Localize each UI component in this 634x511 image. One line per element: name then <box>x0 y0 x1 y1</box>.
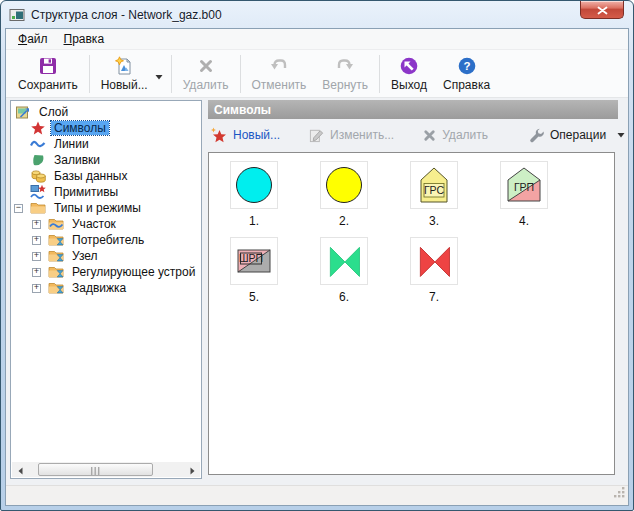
delete-x-icon <box>422 128 437 143</box>
main-area: СлойСимволыЛинииЗаливкиБазы данныхПримит… <box>6 98 628 485</box>
symbol-cell[interactable]: ГРП4. <box>492 161 556 228</box>
exit-arrow-icon <box>399 56 419 76</box>
symbol-preview[interactable] <box>320 161 368 209</box>
symbol-shape-house: ГРС <box>414 165 454 205</box>
symbol-shape-circle <box>236 167 272 203</box>
tree-item-label: Задвижка <box>69 281 129 295</box>
tree-item-label: Заливки <box>51 153 103 167</box>
symbol-preview[interactable] <box>410 237 458 285</box>
expand-toggle-icon[interactable]: + <box>32 220 41 229</box>
scrollbar-track[interactable] <box>28 462 184 477</box>
save-button[interactable]: Сохранить <box>10 52 86 96</box>
undo-arrow-icon <box>269 56 289 76</box>
tree-item[interactable]: Линии <box>12 136 200 152</box>
tree-item[interactable]: +Регулирующее устрой <box>12 264 200 280</box>
collapse-toggle-icon[interactable]: − <box>14 204 23 213</box>
tree-item-label: Регулирующее устрой <box>69 265 198 279</box>
tree-item-label: Типы и режимы <box>51 201 144 215</box>
tree-item[interactable]: Слой <box>12 104 200 120</box>
redo-arrow-icon <box>335 56 355 76</box>
scroll-left-button[interactable] <box>12 462 28 477</box>
toolbar-separator <box>240 55 241 93</box>
tree-item-label: Потребитель <box>69 233 147 247</box>
tree-horizontal-scrollbar[interactable] <box>12 462 200 477</box>
close-button[interactable] <box>580 1 624 19</box>
symbol-index: 4. <box>492 214 556 228</box>
tree-toggle-slot: + <box>30 252 48 261</box>
expand-toggle-icon[interactable]: + <box>32 284 41 293</box>
tree-item[interactable]: +Узел <box>12 248 200 264</box>
tree-item[interactable]: +Участок <box>12 216 200 232</box>
symbol-preview[interactable]: ГРС <box>410 161 458 209</box>
tree-item[interactable]: −Типы и режимы <box>12 200 200 216</box>
app-icon <box>9 7 25 23</box>
tree-toggle-slot: + <box>30 268 48 277</box>
symbols-panel-header: Символы <box>208 100 618 119</box>
symbol-cell[interactable]: 6. <box>312 237 376 304</box>
layer-tree-panel: СлойСимволыЛинииЗаливкиБазы данныхПримит… <box>10 100 202 479</box>
new-button[interactable]: Новый... <box>93 52 168 96</box>
tree-item[interactable]: +Потребитель <box>12 232 200 248</box>
folder-hourglass-icon <box>48 232 64 248</box>
symbol-cell[interactable]: 7. <box>402 237 466 304</box>
layer-icon <box>15 104 31 120</box>
app-window: Структура слоя - Network_gaz.b00 Файл Пр… <box>0 0 634 511</box>
tree-item[interactable]: Заливки <box>12 152 200 168</box>
symbol-cell[interactable]: 1. <box>222 161 286 228</box>
tree-toggle-slot: − <box>12 204 30 213</box>
tree-toggle-slot: + <box>30 220 48 229</box>
menu-edit[interactable]: Правка <box>56 30 113 48</box>
symbols-delete-button[interactable]: Удалить <box>422 128 488 143</box>
operations-button[interactable]: Операции <box>528 127 625 144</box>
scroll-right-button[interactable] <box>184 462 200 477</box>
titlebar[interactable]: Структура слоя - Network_gaz.b00 <box>1 1 633 28</box>
exit-label: Выход <box>391 78 427 92</box>
symbol-cell[interactable]: 2. <box>312 161 376 228</box>
operations-label: Операции <box>550 128 606 142</box>
menu-file[interactable]: Файл <box>10 30 56 48</box>
toolbar-separator <box>171 55 172 93</box>
symbol-index: 3. <box>402 214 466 228</box>
symbol-preview[interactable]: ГРП <box>500 161 548 209</box>
folder-hourglass-icon <box>48 280 64 296</box>
tree-item[interactable]: Символы <box>12 120 200 136</box>
scrollbar-thumb[interactable] <box>38 463 153 476</box>
menubar: Файл Правка <box>6 29 628 50</box>
tree-item-label: Слой <box>36 105 71 119</box>
symbols-edit-button[interactable]: Изменить... <box>308 127 394 143</box>
symbol-cell[interactable]: ГРС3. <box>402 161 466 228</box>
star-icon <box>30 120 46 136</box>
delete-button[interactable]: Удалить <box>175 52 237 96</box>
undo-label: Отменить <box>252 78 307 92</box>
help-button[interactable]: ? Справка <box>435 52 498 96</box>
scroll-right-arrow-icon <box>190 461 195 479</box>
symbol-shape-circle <box>326 167 362 203</box>
save-icon <box>38 56 58 76</box>
tree-item-label: Линии <box>51 137 92 151</box>
symbols-new-button[interactable]: Новый... <box>210 127 280 144</box>
tree-item[interactable]: Базы данных <box>12 168 200 184</box>
symbol-preview[interactable] <box>230 161 278 209</box>
expand-toggle-icon[interactable]: + <box>32 268 41 277</box>
window-title: Структура слоя - Network_gaz.b00 <box>31 8 222 22</box>
layer-tree: СлойСимволыЛинииЗаливкиБазы данныхПримит… <box>12 104 200 461</box>
symbols-delete-label: Удалить <box>442 128 488 142</box>
tree-item-label: Участок <box>69 217 119 231</box>
tree-item-label: Узел <box>69 249 101 263</box>
symbol-preview[interactable]: ШРП <box>230 237 278 285</box>
edit-pencil-icon <box>308 127 325 143</box>
svg-text:ГРП: ГРП <box>514 181 534 193</box>
expand-toggle-icon[interactable]: + <box>32 252 41 261</box>
new-dropdown-caret-icon[interactable] <box>155 69 163 83</box>
tree-item[interactable]: +Задвижка <box>12 280 200 296</box>
redo-button[interactable]: Вернуть <box>314 52 376 96</box>
primitives-icon <box>30 184 46 200</box>
tree-item[interactable]: Примитивы <box>12 184 200 200</box>
exit-button[interactable]: Выход <box>383 52 435 96</box>
expand-toggle-icon[interactable]: + <box>32 236 41 245</box>
resize-grip-icon[interactable] <box>613 485 626 503</box>
undo-button[interactable]: Отменить <box>244 52 315 96</box>
symbol-cell[interactable]: ШРП5. <box>222 237 286 304</box>
delete-x-icon <box>197 56 215 76</box>
symbol-preview[interactable] <box>320 237 368 285</box>
